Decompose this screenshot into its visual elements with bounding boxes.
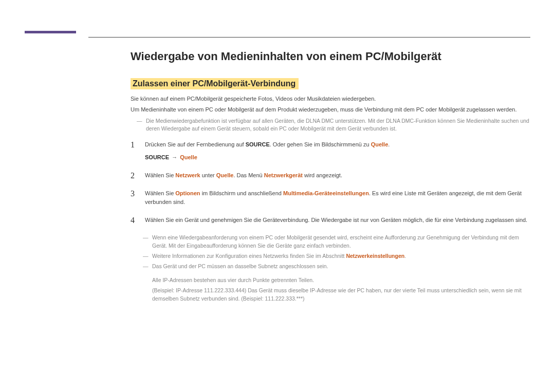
section-subheading: Zulassen einer PC/Mobilgerät-Verbindung xyxy=(131,78,299,89)
sub-quelle: Quelle xyxy=(180,154,197,160)
bottom-note-3-sub2: (Beispiel: IP-Adresse 111.222.333.444) D… xyxy=(137,287,530,303)
netzwerkeinstellungen-label: Netzwerkeinstellungen xyxy=(346,253,404,259)
step-number: 3 xyxy=(131,188,135,200)
step-3: 3 Wählen Sie Optionen im Bildschirm und … xyxy=(131,189,530,207)
intro-line-2: Um Medieninhalte von einem PC oder Mobil… xyxy=(131,105,530,114)
bottom-note-list: Wenn eine Wiedergabeanforderung von eine… xyxy=(137,234,530,270)
step-number: 2 xyxy=(131,170,135,182)
step-1-text: Drücken Sie auf der Fernbedienung auf SO… xyxy=(145,141,390,147)
bottom-note-3-sub1: Alle IP-Adressen bestehen aus vier durch… xyxy=(137,276,530,285)
top-note-list: Die Medienwiedergabefunktion ist verfügb… xyxy=(131,117,530,134)
step-number: 1 xyxy=(131,139,135,152)
step-1: 1 Drücken Sie auf der Fernbedienung auf … xyxy=(131,140,530,162)
bottom-note-2: Weitere Informationen zur Konfiguration … xyxy=(137,252,530,260)
step-number: 4 xyxy=(131,214,135,227)
quelle-label-2: Quelle xyxy=(216,172,234,178)
source-label: SOURCE xyxy=(246,141,270,147)
header-rule xyxy=(88,37,530,38)
bottom-note-3: Das Gerät und der PC müssen an dasselbe … xyxy=(137,263,530,271)
page-title: Wiedergabe von Medieninhalten von einem … xyxy=(131,49,530,64)
top-note-item: Die Medienwiedergabefunktion ist verfügb… xyxy=(131,117,530,134)
sub-source: SOURCE xyxy=(145,154,169,160)
netzwerkgeraet-label: Netzwerkgerät xyxy=(264,172,303,178)
arrow-icon: → xyxy=(171,154,178,160)
step-2-text: Wählen Sie Netzwerk unter Quelle. Das Me… xyxy=(145,172,342,178)
step-4: 4 Wählen Sie ein Gerät und genehmigen Si… xyxy=(131,216,530,225)
optionen-label: Optionen xyxy=(175,190,200,196)
multimedia-label: Multimedia-Geräteeinstellungen xyxy=(283,190,369,196)
step-4-text: Wählen Sie ein Gerät und genehmigen Sie … xyxy=(145,217,527,223)
netzwerk-label: Netzwerk xyxy=(175,172,200,178)
bottom-note-1: Wenn eine Wiedergabeanforderung von eine… xyxy=(137,234,530,250)
document-page: Wiedergabe von Medieninhalten von einem … xyxy=(0,0,555,392)
quelle-label: Quelle xyxy=(371,141,388,147)
step-3-text: Wählen Sie Optionen im Bildschirm und an… xyxy=(145,190,522,205)
content-area: Wiedergabe von Medieninhalten von einem … xyxy=(131,49,530,305)
step-2: 2 Wählen Sie Netzwerk unter Quelle. Das … xyxy=(131,171,530,180)
intro-line-1: Sie können auf einem PC/Mobilgerät gespe… xyxy=(131,95,530,103)
accent-bar xyxy=(25,31,76,33)
step-1-sub: SOURCE → Quelle xyxy=(145,153,530,162)
steps-list: 1 Drücken Sie auf der Fernbedienung auf … xyxy=(131,140,530,225)
